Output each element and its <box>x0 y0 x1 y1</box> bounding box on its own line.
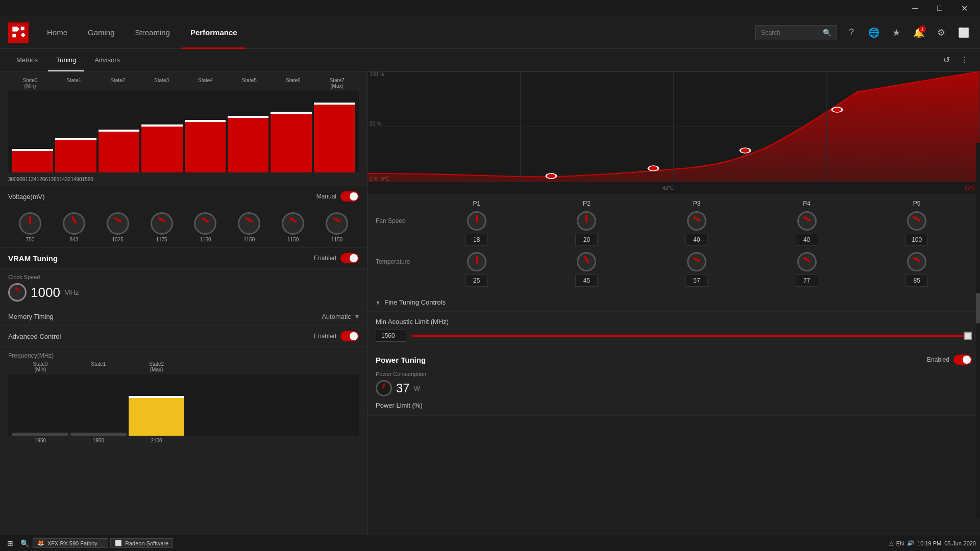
vram-bar-2[interactable] <box>129 379 185 436</box>
bar-state2[interactable] <box>99 95 139 172</box>
fan-speed-knob-p4[interactable] <box>797 211 817 231</box>
knob-3[interactable] <box>151 212 173 235</box>
min-acoustic-thumb[interactable] <box>964 332 972 340</box>
bar-5[interactable] <box>228 116 268 172</box>
power-value-row: 37 W <box>376 380 972 396</box>
temp-box-p5[interactable]: 85 <box>905 274 928 287</box>
bar-0[interactable] <box>12 149 53 172</box>
search-icon: 🔍 <box>823 29 831 37</box>
notifications-icon[interactable]: 🔔 1 <box>911 24 927 41</box>
power-tuning-title: Power Tuning <box>376 356 426 364</box>
nav-gaming[interactable]: Gaming <box>80 16 123 49</box>
windows-start-icon[interactable]: ⊞ <box>4 537 16 549</box>
fan-speed-box-p1[interactable]: 18 <box>465 234 488 246</box>
advanced-control-toggle[interactable] <box>340 331 359 341</box>
bar-state3[interactable] <box>141 95 182 172</box>
help-icon[interactable]: ? <box>843 24 860 41</box>
temp-box-p3[interactable]: 57 <box>685 274 708 287</box>
fan-speed-knob-p1[interactable] <box>467 211 486 231</box>
close-button[interactable]: ✕ <box>952 0 976 16</box>
layout-icon[interactable]: ⬜ <box>955 24 972 41</box>
knob-5[interactable] <box>238 212 260 235</box>
taskbar-app-browser[interactable]: 🦊 XFX RX 590 Fatboy ... <box>33 538 108 548</box>
nav-performance[interactable]: Performance <box>182 16 246 49</box>
bar-1[interactable] <box>55 138 96 172</box>
taskbar-app-radeon[interactable]: ⬜ Radeon Software <box>110 538 173 548</box>
state-label-1: State1 <box>52 78 96 89</box>
nav-items: Home Gaming Streaming Performance <box>39 16 755 49</box>
bar-4[interactable] <box>185 120 226 172</box>
right-scrollbar[interactable] <box>976 143 980 518</box>
temp-box-p4[interactable]: 77 <box>796 274 818 287</box>
knob-2[interactable] <box>107 212 129 235</box>
temp-knob-p1[interactable] <box>467 252 486 271</box>
power-tuning-toggle[interactable] <box>953 355 972 365</box>
temp-box-p2[interactable]: 45 <box>575 274 598 287</box>
favorites-icon[interactable]: ★ <box>888 24 904 41</box>
nav-home[interactable]: Home <box>39 16 76 49</box>
bar-3[interactable] <box>141 124 182 172</box>
bar-6[interactable] <box>271 112 311 172</box>
temp-knob-p2[interactable] <box>577 252 596 271</box>
fan-point-dot-1[interactable] <box>546 173 556 179</box>
fan-speed-box-p2[interactable]: 20 <box>575 234 598 246</box>
bar-state6[interactable] <box>271 95 311 172</box>
clock-knob[interactable] <box>8 283 27 302</box>
temp-knobs-row: Temperature <box>376 252 972 271</box>
tab-metrics[interactable]: Metrics <box>8 49 46 71</box>
temp-box-p1[interactable]: 25 <box>465 274 488 287</box>
advanced-control-label: Advanced Control <box>8 333 61 340</box>
knob-0[interactable] <box>19 212 41 235</box>
maximize-button[interactable]: □ <box>928 0 951 16</box>
tab-advisors[interactable]: Advisors <box>86 49 128 71</box>
vram-bar-0[interactable] <box>12 379 68 436</box>
power-consumption-knob[interactable] <box>376 380 392 396</box>
knob-4[interactable] <box>194 212 216 235</box>
bar-state7[interactable] <box>314 95 355 172</box>
nav-streaming[interactable]: Streaming <box>127 16 178 49</box>
bar-2[interactable] <box>99 130 139 172</box>
search-input[interactable] <box>761 29 820 36</box>
scrollbar-thumb[interactable] <box>976 293 980 323</box>
bar-state4[interactable] <box>185 95 226 172</box>
fan-speed-knob-p5[interactable] <box>907 211 926 231</box>
bar-state1[interactable] <box>55 95 96 172</box>
bar-state5[interactable] <box>228 95 268 172</box>
voltage-toggle[interactable] <box>340 191 359 202</box>
temp-knob-p4[interactable] <box>797 252 817 271</box>
knob-6[interactable] <box>282 212 304 235</box>
minimize-button[interactable]: ─ <box>903 0 927 16</box>
knob-7[interactable] <box>326 212 348 235</box>
fan-point-dot-2[interactable] <box>648 166 658 171</box>
memory-timing-label: Memory Timing <box>8 313 54 320</box>
bar-7[interactable] <box>314 103 355 172</box>
fan-speed-box-p4[interactable]: 40 <box>796 234 818 246</box>
fan-speed-knob-p3[interactable] <box>687 211 706 231</box>
knob-val-2: 1025 <box>112 237 124 242</box>
refresh-icon[interactable]: ↺ <box>939 53 953 67</box>
search-box[interactable]: 🔍 <box>755 25 837 40</box>
temp-knob-p5[interactable] <box>907 252 926 271</box>
min-acoustic-slider[interactable] <box>411 335 972 337</box>
fan-speed-knobs <box>422 211 972 231</box>
memory-timing-dropdown[interactable]: ▾ <box>355 312 359 320</box>
header-right: 🔍 ? 🌐 ★ 🔔 1 ⚙ ⬜ <box>755 24 972 41</box>
vram-bar-yellow-2[interactable] <box>129 396 185 436</box>
fan-point-dot-3[interactable] <box>740 148 750 153</box>
globe-icon[interactable]: 🌐 <box>866 24 882 41</box>
bar-state0[interactable] <box>12 95 53 172</box>
fine-tuning-header[interactable]: ∧ Fine Tuning Controls <box>368 293 980 312</box>
vram-toggle[interactable] <box>340 253 359 263</box>
taskbar-search-icon[interactable]: 🔍 <box>18 537 31 549</box>
knob-1[interactable] <box>63 212 85 235</box>
settings-icon[interactable]: ⚙ <box>933 24 949 41</box>
vram-bar-1[interactable] <box>70 379 127 436</box>
min-acoustic-value[interactable]: 1560 <box>376 330 406 342</box>
fan-speed-box-p5[interactable]: 100 <box>905 234 928 246</box>
fan-point-dot-4[interactable] <box>832 107 842 112</box>
fan-speed-box-p3[interactable]: 40 <box>685 234 708 246</box>
more-icon[interactable]: ⋮ <box>958 53 972 67</box>
temp-knob-p3[interactable] <box>687 252 706 271</box>
fan-speed-knob-p2[interactable] <box>577 211 596 231</box>
tab-tuning[interactable]: Tuning <box>48 49 84 71</box>
